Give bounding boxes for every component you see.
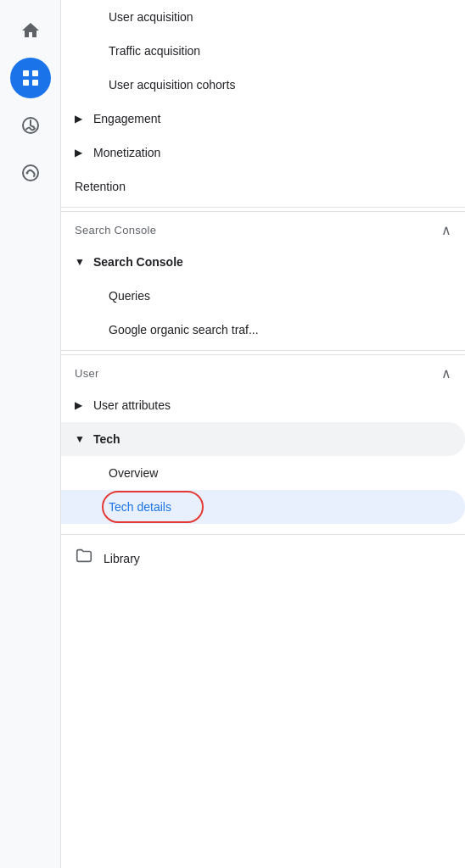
nav-item-traffic-acquisition[interactable]: Traffic acquisition	[61, 34, 465, 68]
divider-2	[61, 350, 465, 351]
icon-sidebar	[0, 0, 61, 868]
nav-item-google-organic[interactable]: Google organic search traf...	[61, 313, 465, 347]
nav-item-search-console-parent[interactable]: ▼ Search Console	[61, 245, 465, 279]
arrow-icon: ▶	[75, 147, 87, 159]
nav-item-library[interactable]: Library	[61, 538, 465, 578]
nav-item-user-acquisition-cohorts[interactable]: User acquisition cohorts	[61, 68, 465, 102]
arrow-down-icon: ▼	[75, 256, 87, 268]
sidebar-icon-advertising[interactable]	[10, 153, 51, 193]
nav-item-engagement[interactable]: ▶ Engagement	[61, 102, 465, 136]
svg-rect-2	[23, 80, 29, 86]
nav-item-retention[interactable]: Retention	[61, 170, 465, 203]
nav-panel: User acquisition Traffic acquisition Use…	[61, 0, 465, 868]
sidebar-icon-home[interactable]	[10, 10, 51, 51]
nav-item-overview[interactable]: Overview	[61, 456, 465, 490]
sidebar-icon-activity[interactable]	[10, 105, 51, 146]
search-console-section-header[interactable]: Search Console ∧	[61, 211, 465, 245]
svg-rect-0	[23, 70, 29, 76]
divider-1	[61, 207, 465, 208]
nav-item-queries[interactable]: Queries	[61, 279, 465, 313]
arrow-down-icon-2: ▼	[75, 433, 87, 445]
nav-item-user-attributes[interactable]: ▶ User attributes	[61, 388, 465, 422]
user-section-header[interactable]: User ∧	[61, 354, 465, 388]
arrow-right-icon: ▶	[75, 399, 87, 411]
svg-rect-3	[32, 80, 38, 86]
chevron-up-icon-2: ∧	[441, 365, 451, 381]
sidebar-icon-reports[interactable]	[10, 58, 51, 98]
nav-item-tech-details[interactable]: Tech details	[61, 490, 465, 524]
svg-rect-1	[32, 70, 38, 76]
svg-point-5	[23, 165, 38, 181]
arrow-icon: ▶	[75, 113, 87, 125]
folder-icon	[75, 547, 93, 570]
divider-3	[61, 534, 465, 535]
chevron-up-icon: ∧	[441, 222, 451, 238]
nav-item-monetization[interactable]: ▶ Monetization	[61, 136, 465, 170]
nav-item-user-acquisition[interactable]: User acquisition	[61, 0, 465, 34]
svg-point-6	[25, 172, 28, 175]
nav-item-tech-parent[interactable]: ▼ Tech	[61, 422, 465, 456]
